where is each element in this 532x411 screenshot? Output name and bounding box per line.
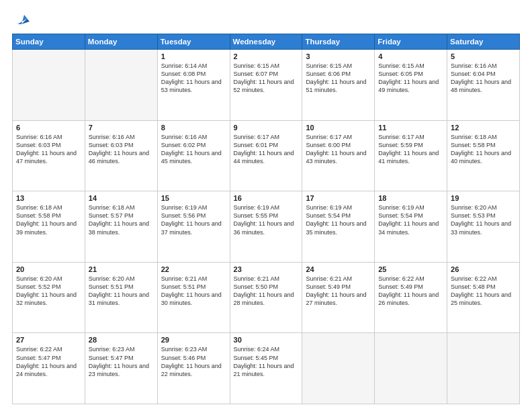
calendar-cell: 7Sunrise: 6:16 AM Sunset: 6:03 PM Daylig… <box>85 120 157 191</box>
day-info: Sunrise: 6:16 AM Sunset: 6:03 PM Dayligh… <box>89 133 154 166</box>
day-info: Sunrise: 6:18 AM Sunset: 5:58 PM Dayligh… <box>451 133 516 166</box>
calendar-cell: 3Sunrise: 6:15 AM Sunset: 6:06 PM Daylig… <box>302 50 375 121</box>
weekday-header-row: SundayMondayTuesdayWednesdayThursdayFrid… <box>13 34 520 50</box>
day-info: Sunrise: 6:19 AM Sunset: 5:56 PM Dayligh… <box>161 203 226 236</box>
day-number: 7 <box>89 124 154 132</box>
day-info: Sunrise: 6:19 AM Sunset: 5:55 PM Dayligh… <box>234 203 299 236</box>
day-number: 13 <box>16 194 81 202</box>
weekday-header-sunday: Sunday <box>13 34 85 50</box>
day-number: 3 <box>306 52 371 60</box>
week-row-2: 13Sunrise: 6:18 AM Sunset: 5:58 PM Dayli… <box>13 191 520 263</box>
weekday-header-tuesday: Tuesday <box>157 34 230 50</box>
day-number: 4 <box>378 52 443 60</box>
day-info: Sunrise: 6:22 AM Sunset: 5:48 PM Dayligh… <box>451 275 516 308</box>
calendar-cell: 27Sunrise: 6:22 AM Sunset: 5:47 PM Dayli… <box>13 333 85 404</box>
page: SundayMondayTuesdayWednesdayThursdayFrid… <box>0 0 532 411</box>
week-row-3: 20Sunrise: 6:20 AM Sunset: 5:52 PM Dayli… <box>13 262 520 333</box>
day-number: 8 <box>161 124 226 132</box>
weekday-header-friday: Friday <box>375 34 447 50</box>
calendar-cell: 17Sunrise: 6:19 AM Sunset: 5:54 PM Dayli… <box>302 191 375 263</box>
calendar-cell <box>13 50 85 121</box>
calendar-cell <box>447 333 520 404</box>
day-info: Sunrise: 6:16 AM Sunset: 6:02 PM Dayligh… <box>161 133 226 166</box>
day-info: Sunrise: 6:16 AM Sunset: 6:03 PM Dayligh… <box>16 133 81 166</box>
weekday-header-saturday: Saturday <box>447 34 520 50</box>
day-number: 6 <box>16 124 81 132</box>
day-number: 23 <box>234 265 299 273</box>
logo-icon <box>15 12 30 27</box>
day-info: Sunrise: 6:20 AM Sunset: 5:53 PM Dayligh… <box>451 203 516 236</box>
svg-marker-1 <box>21 19 30 24</box>
logo <box>12 12 30 27</box>
weekday-header-wednesday: Wednesday <box>230 34 302 50</box>
calendar-cell: 12Sunrise: 6:18 AM Sunset: 5:58 PM Dayli… <box>447 120 520 191</box>
calendar-cell: 11Sunrise: 6:17 AM Sunset: 5:59 PM Dayli… <box>375 120 447 191</box>
week-row-0: 1Sunrise: 6:14 AM Sunset: 6:08 PM Daylig… <box>13 50 520 121</box>
calendar-cell: 6Sunrise: 6:16 AM Sunset: 6:03 PM Daylig… <box>13 120 85 191</box>
calendar-cell <box>85 50 157 121</box>
calendar-cell: 4Sunrise: 6:15 AM Sunset: 6:05 PM Daylig… <box>375 50 447 121</box>
calendar-cell: 21Sunrise: 6:20 AM Sunset: 5:51 PM Dayli… <box>85 262 157 333</box>
day-number: 29 <box>161 336 226 344</box>
day-info: Sunrise: 6:16 AM Sunset: 6:04 PM Dayligh… <box>451 62 516 95</box>
calendar-cell: 1Sunrise: 6:14 AM Sunset: 6:08 PM Daylig… <box>157 50 230 121</box>
day-number: 14 <box>89 194 154 202</box>
calendar-table: SundayMondayTuesdayWednesdayThursdayFrid… <box>12 34 520 404</box>
day-info: Sunrise: 6:21 AM Sunset: 5:49 PM Dayligh… <box>306 275 371 308</box>
day-number: 17 <box>306 194 371 202</box>
day-number: 19 <box>451 194 516 202</box>
calendar-cell: 10Sunrise: 6:17 AM Sunset: 6:00 PM Dayli… <box>302 120 375 191</box>
day-info: Sunrise: 6:23 AM Sunset: 5:46 PM Dayligh… <box>161 345 226 378</box>
day-number: 10 <box>306 124 371 132</box>
day-number: 5 <box>451 52 516 60</box>
calendar-cell: 5Sunrise: 6:16 AM Sunset: 6:04 PM Daylig… <box>447 50 520 121</box>
calendar-cell: 28Sunrise: 6:23 AM Sunset: 5:47 PM Dayli… <box>85 333 157 404</box>
day-number: 27 <box>16 336 81 344</box>
day-info: Sunrise: 6:20 AM Sunset: 5:51 PM Dayligh… <box>89 275 154 308</box>
day-number: 9 <box>234 124 299 132</box>
day-number: 12 <box>451 124 516 132</box>
day-info: Sunrise: 6:23 AM Sunset: 5:47 PM Dayligh… <box>89 345 154 378</box>
day-info: Sunrise: 6:22 AM Sunset: 5:49 PM Dayligh… <box>378 275 443 308</box>
weekday-header-thursday: Thursday <box>302 34 375 50</box>
calendar-cell: 20Sunrise: 6:20 AM Sunset: 5:52 PM Dayli… <box>13 262 85 333</box>
calendar-cell: 24Sunrise: 6:21 AM Sunset: 5:49 PM Dayli… <box>302 262 375 333</box>
calendar-cell: 22Sunrise: 6:21 AM Sunset: 5:51 PM Dayli… <box>157 262 230 333</box>
calendar-cell: 30Sunrise: 6:24 AM Sunset: 5:45 PM Dayli… <box>230 333 302 404</box>
day-info: Sunrise: 6:17 AM Sunset: 6:00 PM Dayligh… <box>306 133 371 166</box>
day-info: Sunrise: 6:14 AM Sunset: 6:08 PM Dayligh… <box>161 62 226 95</box>
calendar-cell: 2Sunrise: 6:15 AM Sunset: 6:07 PM Daylig… <box>230 50 302 121</box>
day-info: Sunrise: 6:22 AM Sunset: 5:47 PM Dayligh… <box>16 345 81 378</box>
day-number: 26 <box>451 265 516 273</box>
day-info: Sunrise: 6:17 AM Sunset: 5:59 PM Dayligh… <box>378 133 443 166</box>
day-info: Sunrise: 6:17 AM Sunset: 6:01 PM Dayligh… <box>234 133 299 166</box>
day-info: Sunrise: 6:18 AM Sunset: 5:57 PM Dayligh… <box>89 203 154 236</box>
calendar-cell: 26Sunrise: 6:22 AM Sunset: 5:48 PM Dayli… <box>447 262 520 333</box>
calendar-cell: 16Sunrise: 6:19 AM Sunset: 5:55 PM Dayli… <box>230 191 302 263</box>
calendar-cell: 15Sunrise: 6:19 AM Sunset: 5:56 PM Dayli… <box>157 191 230 263</box>
day-info: Sunrise: 6:21 AM Sunset: 5:50 PM Dayligh… <box>234 275 299 308</box>
day-number: 28 <box>89 336 154 344</box>
calendar-cell: 23Sunrise: 6:21 AM Sunset: 5:50 PM Dayli… <box>230 262 302 333</box>
day-number: 18 <box>378 194 443 202</box>
day-info: Sunrise: 6:24 AM Sunset: 5:45 PM Dayligh… <box>234 345 299 378</box>
day-number: 1 <box>161 52 226 60</box>
calendar-cell: 25Sunrise: 6:22 AM Sunset: 5:49 PM Dayli… <box>375 262 447 333</box>
header <box>12 12 520 27</box>
day-info: Sunrise: 6:21 AM Sunset: 5:51 PM Dayligh… <box>161 275 226 308</box>
day-info: Sunrise: 6:15 AM Sunset: 6:05 PM Dayligh… <box>378 62 443 95</box>
day-info: Sunrise: 6:20 AM Sunset: 5:52 PM Dayligh… <box>16 275 81 308</box>
calendar-cell: 29Sunrise: 6:23 AM Sunset: 5:46 PM Dayli… <box>157 333 230 404</box>
day-number: 25 <box>378 265 443 273</box>
calendar-cell <box>375 333 447 404</box>
day-number: 15 <box>161 194 226 202</box>
day-info: Sunrise: 6:19 AM Sunset: 5:54 PM Dayligh… <box>306 203 371 236</box>
calendar-cell: 19Sunrise: 6:20 AM Sunset: 5:53 PM Dayli… <box>447 191 520 263</box>
calendar-cell <box>302 333 375 404</box>
day-number: 20 <box>16 265 81 273</box>
day-number: 2 <box>234 52 299 60</box>
day-number: 16 <box>234 194 299 202</box>
weekday-header-monday: Monday <box>85 34 157 50</box>
day-number: 21 <box>89 265 154 273</box>
day-number: 24 <box>306 265 371 273</box>
